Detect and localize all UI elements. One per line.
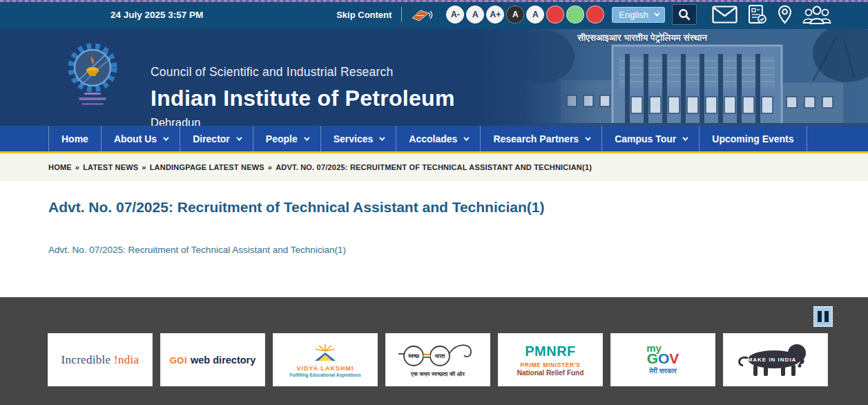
main-content: Advt. No. 07/2025: Recruitment of Techni… [0,181,868,297]
top-utility-bar: 24 July 2025 3:57 PM Skip Content A- A A… [0,0,868,29]
screen-reader-icon[interactable] [410,6,435,23]
institute-location: Dehradun [151,116,455,126]
site-header: सीएसआइआर भारतीय पेट्रोलियम संस्थान Counc… [0,29,868,126]
page-title: Advt. No. 07/2025: Recruitment of Techni… [0,181,868,216]
nav-item-about-us[interactable]: About Us [102,126,180,151]
pause-icon [824,311,829,322]
nav-item-people[interactable]: People [253,126,321,151]
footer-logo-carousel: Incredible !ndia GOIweb directory VIDYA … [0,297,868,405]
logo-goi-web-directory[interactable]: GOIweb directory [160,333,265,386]
nav-item-campus-tour[interactable]: Campus Tour [602,126,700,151]
logo-pmnrf[interactable]: PMNRF PRIME MINISTER'S National Relief F… [498,333,603,386]
chevron-down-icon [163,135,168,140]
font-decrease-button[interactable]: A- [446,6,464,23]
location-icon[interactable] [778,5,792,24]
nav-item-services[interactable]: Services [321,126,397,151]
chevron-down-icon [654,10,659,16]
theme-green-button[interactable] [566,6,584,23]
chevron-down-icon [236,135,242,140]
community-icon[interactable] [802,5,832,25]
theme-red-button[interactable] [546,6,564,23]
organization-name: Council of Scientific and Industrial Res… [151,65,455,79]
logo-incredible-india[interactable]: Incredible !ndia [48,333,153,386]
feedback-form-icon[interactable] [747,4,768,25]
carousel-pause-button[interactable] [813,306,833,327]
nav-item-upcoming-events[interactable]: Upcoming Events [700,126,807,151]
logo-mygov[interactable]: my GOV मेरी सरकार [610,333,715,386]
language-selected-label: English [619,10,648,20]
search-button[interactable] [672,4,697,25]
language-select[interactable]: English [612,7,665,23]
pause-icon [818,311,822,322]
vidya-lakshmi-emblem [309,343,341,364]
contrast-dark-button[interactable]: A [506,6,524,23]
font-increase-button[interactable]: A+ [486,6,504,23]
chevron-down-icon [304,135,309,140]
chevron-down-icon [464,135,470,140]
svg-text:MAKE IN INDIA: MAKE IN INDIA [748,357,797,363]
datetime-display: 24 July 2025 3:57 PM [110,10,203,20]
font-normal-button[interactable]: A [466,6,484,23]
nav-item-accolades[interactable]: Accolades [396,126,481,151]
skip-content-link[interactable]: Skip Content [336,10,392,20]
campus-building-image [523,29,868,126]
csir-logo [64,40,122,115]
search-icon [677,8,691,21]
chevron-down-icon [379,135,385,140]
chevron-down-icon [585,135,590,140]
nav-item-director[interactable]: Director [180,126,253,151]
contrast-light-button[interactable]: A [526,6,544,23]
breadcrumb-current-page: ADVT. NO. 07/2025: RECRUITMENT OF TECHNI… [276,163,592,171]
mail-icon[interactable] [712,6,737,23]
breadcrumb-landingpage-latest-news[interactable]: LANDINGPAGE LATEST NEWS [150,163,264,171]
nav-item-research-partners[interactable]: Research Partners [481,126,602,151]
swachh-bharat-glasses: स्वच्छ भारत [397,341,479,369]
main-navigation: Home About Us Director People Services A… [0,126,868,153]
breadcrumb-home[interactable]: HOME [48,163,72,171]
advertisement-link[interactable]: Advt. No. 07/2025: Recruitment of Techni… [48,245,346,255]
divider [401,7,402,22]
make-in-india-lion: MAKE IN INDIA [733,341,818,379]
svg-text:स्वच्छ: स्वच्छ [407,353,420,359]
logo-swachh-bharat[interactable]: स्वच्छ भारत एक कदम स्वच्छता की ओर [385,333,490,386]
logo-vidya-lakshmi[interactable]: VIDYA LAKSHMI Fulfilling Educational Asp… [273,333,378,386]
building-caption: सीएसआइआर भारतीय पेट्रोलियम संस्थान [521,32,763,44]
nav-item-home[interactable]: Home [48,126,102,151]
chevron-down-icon [682,135,688,140]
svg-text:भारत: भारत [434,353,445,359]
breadcrumb-latest-news[interactable]: LATEST NEWS [83,163,138,171]
institute-name: Indian Institute of Petroleum [151,86,455,111]
breadcrumb: HOME » LATEST NEWS » LANDINGPAGE LATEST … [0,153,868,181]
theme-red2-button[interactable] [586,6,604,23]
logo-make-in-india[interactable]: MAKE IN INDIA [723,333,828,386]
